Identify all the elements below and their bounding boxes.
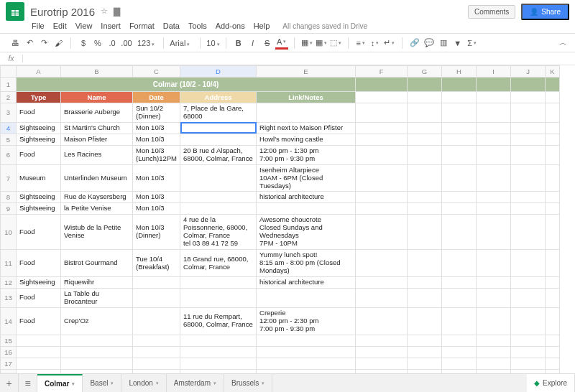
font-size-select[interactable]: 10 [203, 39, 222, 47]
cell[interactable]: Food [17, 145, 61, 164]
sheet-tab-london[interactable]: London▾ [121, 374, 166, 392]
spreadsheet-grid[interactable]: ABCDEFGHIJK 1Colmar (10/2 - 10/4)2TypeNa… [0, 65, 560, 375]
cell[interactable] [442, 145, 477, 164]
cell[interactable] [511, 358, 546, 369]
cell[interactable]: 20 B rue d Alspach, 68000, Colmar, Franc… [180, 145, 257, 164]
cell[interactable] [356, 122, 408, 134]
cell[interactable] [408, 92, 442, 103]
cell[interactable] [408, 103, 442, 123]
row-header[interactable]: 12 [1, 276, 17, 288]
cell[interactable]: Sightseeing [17, 122, 61, 134]
cell[interactable] [356, 307, 408, 335]
share-button[interactable]: 👤 Share [521, 4, 569, 20]
menu-help[interactable]: Help [254, 22, 270, 30]
cell[interactable] [511, 192, 546, 203]
cell[interactable] [546, 250, 560, 277]
cell[interactable]: Food [17, 288, 61, 307]
cell[interactable] [133, 288, 180, 307]
cell[interactable] [61, 346, 133, 358]
cell[interactable]: Isenheim Altarpiece 10AM - 6PM (Closed T… [257, 164, 356, 192]
cell[interactable] [442, 346, 477, 358]
cell[interactable] [546, 335, 560, 346]
cell[interactable] [442, 192, 477, 203]
cell[interactable] [546, 346, 560, 358]
cell[interactable] [61, 358, 133, 369]
cell[interactable]: Sun 10/2 (Dinner) [133, 103, 180, 123]
cell[interactable] [180, 203, 257, 215]
cell[interactable]: Colmar (10/2 - 10/4) [17, 78, 356, 92]
fill-color-icon[interactable]: ▦ [300, 37, 313, 50]
row-header[interactable]: 17 [1, 358, 17, 369]
cell[interactable] [61, 335, 133, 346]
cell[interactable]: historical architecture [257, 192, 356, 203]
col-header-K[interactable]: K [546, 66, 560, 78]
doc-title[interactable]: Eurotrip 2016 [30, 6, 95, 18]
comment-icon[interactable]: 💬 [423, 37, 436, 50]
cell[interactable] [180, 335, 257, 346]
cell[interactable] [511, 78, 546, 92]
cell[interactable] [356, 288, 408, 307]
cell[interactable] [511, 288, 546, 307]
link-icon[interactable]: 🔗 [408, 37, 421, 50]
valign-icon[interactable]: ↕ [369, 37, 382, 50]
cell[interactable]: Mon 10/3 [133, 203, 180, 215]
cell[interactable]: Museum [17, 164, 61, 192]
formula-input[interactable] [23, 55, 575, 62]
cell[interactable] [356, 335, 408, 346]
row-header[interactable]: 3 [1, 103, 17, 123]
cell[interactable]: Sightseeing [17, 203, 61, 215]
borders-icon[interactable]: ▦ [315, 37, 328, 50]
explore-button[interactable]: ◆ Explore [527, 374, 575, 392]
menu-file[interactable]: File [32, 22, 45, 30]
cell[interactable] [17, 346, 61, 358]
cell[interactable] [408, 203, 442, 215]
paint-icon[interactable]: 🖌 [52, 37, 65, 50]
cell[interactable] [477, 346, 511, 358]
cell[interactable] [546, 164, 560, 192]
cell[interactable]: Mon 10/3 (Lunch)12PM [133, 145, 180, 164]
cell[interactable]: Yummy lunch spot! 8:15 am - 8:00 pm (Clo… [257, 250, 356, 277]
cell[interactable] [511, 250, 546, 277]
col-header-J[interactable]: J [511, 66, 546, 78]
cell[interactable] [477, 92, 511, 103]
row-header[interactable]: 6 [1, 145, 17, 164]
row-header[interactable]: 14 [1, 307, 17, 335]
cell[interactable] [511, 103, 546, 123]
chart-icon[interactable]: ▥ [437, 37, 450, 50]
cell[interactable] [442, 92, 477, 103]
cell[interactable]: Brasserie Auberge [61, 103, 133, 123]
cell[interactable] [408, 122, 442, 134]
cell[interactable]: Name [61, 92, 133, 103]
dec-dec-button[interactable]: .0 [106, 37, 119, 50]
cell[interactable]: La Table du Brocanteur [61, 288, 133, 307]
cell[interactable]: Howl's moving castle [257, 134, 356, 145]
cell[interactable]: Creperie 12:00 pm - 2:30 pm 7:00 pm - 9:… [257, 307, 356, 335]
cell[interactable]: Sightseeing [17, 134, 61, 145]
cell[interactable] [408, 307, 442, 335]
cell[interactable]: Riquewihr [61, 276, 133, 288]
cell[interactable] [133, 335, 180, 346]
cell[interactable] [408, 358, 442, 369]
menu-tools[interactable]: Tools [188, 22, 207, 30]
cell[interactable] [477, 358, 511, 369]
col-header-E[interactable]: E [257, 66, 356, 78]
cell[interactable] [133, 346, 180, 358]
cell[interactable] [477, 78, 511, 92]
row-header[interactable]: 1 [1, 78, 17, 92]
cell[interactable] [257, 335, 356, 346]
sheet-tab-basel[interactable]: Basel▾ [83, 374, 121, 392]
cell[interactable] [546, 358, 560, 369]
cell[interactable] [442, 358, 477, 369]
cell[interactable] [180, 164, 257, 192]
cell[interactable] [442, 78, 477, 92]
cell[interactable] [180, 134, 257, 145]
cell[interactable] [133, 276, 180, 288]
cell[interactable]: Mon 10/3 (Dinner) [133, 215, 180, 250]
cell[interactable] [442, 276, 477, 288]
chevron-up-icon[interactable]: ︿ [556, 37, 569, 50]
cell[interactable] [511, 164, 546, 192]
col-header-D[interactable]: D [180, 66, 257, 78]
dec-inc-button[interactable]: .00 [120, 37, 133, 50]
row-header[interactable]: 11 [1, 250, 17, 277]
all-sheets-icon[interactable]: ≡ [19, 374, 37, 392]
